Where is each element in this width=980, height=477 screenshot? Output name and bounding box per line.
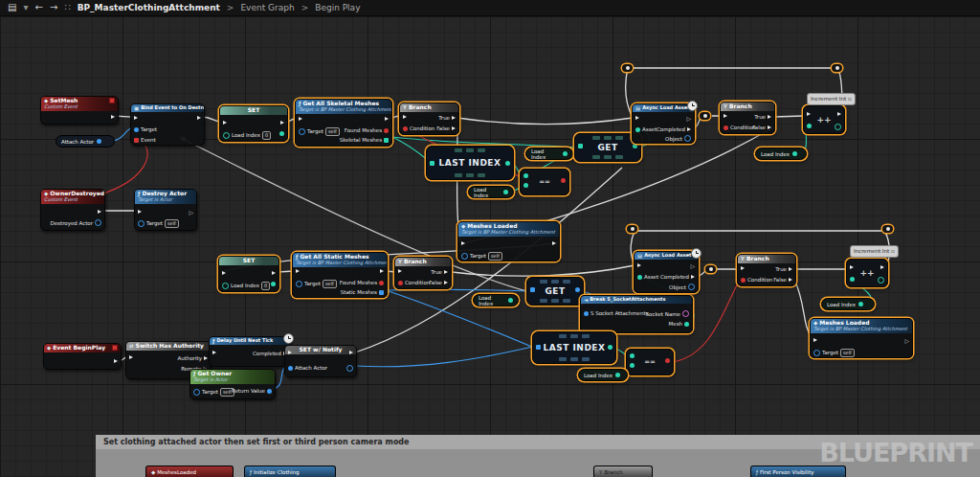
node-setmesh-event[interactable]: ◆SetMeshCustom Event	[40, 96, 119, 125]
load-index-pin[interactable]: Load Index0	[222, 282, 270, 290]
true-out-pin[interactable]: True	[438, 115, 456, 121]
completed-out-pin[interactable]: Completed	[657, 126, 691, 132]
exec-in-pin[interactable]	[813, 338, 817, 342]
false-out-pin[interactable]: False	[773, 277, 792, 283]
exec-in-pin[interactable]	[296, 269, 300, 273]
value-out-pin[interactable]	[271, 282, 276, 286]
skeletal-meshes-array-pin[interactable]: Skeletal Meshes	[340, 137, 389, 143]
node-event-beginplay[interactable]: ◆Event BeginPlay	[43, 343, 122, 370]
node-branch-4[interactable]: YBranch True Condition False	[737, 254, 796, 286]
exec-in-pin[interactable]	[807, 112, 811, 116]
object-out-pin[interactable]: Object	[669, 284, 695, 290]
exec-in-pin[interactable]	[850, 265, 854, 269]
exec-out-pin[interactable]	[111, 115, 115, 119]
object-out-pin[interactable]	[97, 139, 101, 144]
node-set-load-index-1[interactable]: SET Load Index0	[219, 105, 288, 142]
node-break-socket-attachments[interactable]: ◄Break S_SocketAttachments S Socket Atta…	[580, 295, 693, 333]
array-in-pin[interactable]	[578, 144, 583, 148]
int-in-pin[interactable]	[630, 363, 635, 368]
exec-in-pin[interactable]	[299, 117, 302, 121]
element-out-pin[interactable]	[575, 287, 580, 292]
exec-in-pin[interactable]	[724, 114, 727, 118]
node-branch-2[interactable]: YBranch True Condition False	[720, 102, 775, 134]
get-load-index-pill[interactable]: Load Index	[473, 294, 519, 307]
attach-actor-pin[interactable]: Attach Actor	[288, 365, 327, 371]
exec-in-pin[interactable]	[635, 116, 639, 120]
target-pin[interactable]: Targetself	[299, 127, 340, 136]
true-out-pin[interactable]: True	[431, 269, 448, 275]
node-get-all-skeletal-meshes[interactable]: ƒGet All Skeletal MeshesTarget is BP Mas…	[295, 99, 392, 147]
static-meshes-array-pin[interactable]: Static Meshes	[341, 289, 384, 295]
node-delay-until-next-tick[interactable]: ƒDelay Until Next Tick Completed	[209, 336, 291, 367]
blueprint-package-icon[interactable]: ▤	[8, 3, 16, 12]
value-out-pin[interactable]	[279, 131, 284, 136]
exec-in-pin[interactable]	[223, 121, 227, 125]
exec-out-pin[interactable]	[349, 351, 353, 354]
node-async-load-asset-2[interactable]: ▤Async Load Asset ▷ Asset Completed Obje…	[634, 251, 699, 293]
object-out-pin[interactable]: Object	[665, 135, 691, 142]
node-ownerdestroyed-event[interactable]: ◆OwnerDestroyedCustom Event Destroyed Ac…	[40, 189, 105, 231]
completed-out-pin[interactable]: Completed	[253, 351, 287, 356]
struct-in-pin[interactable]: S Socket Attachments	[584, 310, 649, 316]
destroyed-actor-pin[interactable]: Destroyed Actor	[51, 219, 102, 226]
exec-out-pin[interactable]	[380, 269, 384, 273]
load-index-pin[interactable]: Load Index0	[223, 131, 271, 140]
node-last-index-2[interactable]: LAST INDEX	[532, 331, 616, 364]
true-out-pin[interactable]: True	[754, 114, 771, 120]
exec-out-pin[interactable]: ▷	[189, 210, 193, 216]
int-out-pin[interactable]	[858, 302, 863, 307]
reroute-node[interactable]	[705, 265, 716, 273]
asset-pin[interactable]: Asset	[637, 274, 658, 280]
int-out-pin[interactable]	[508, 298, 513, 303]
breadcrumb-blueprint[interactable]: BP_MasterClothingAttchment	[78, 3, 220, 12]
increment-int-comment-bubble[interactable]: Increment Int▫	[807, 93, 856, 105]
get-load-index-pill[interactable]: Load Index	[755, 148, 807, 160]
node-meshesloaded-partial[interactable]: ◆MeshesLoaded	[145, 466, 234, 477]
node-meshes-loaded-call-1[interactable]: ◆Meshes LoadedTarget is BP Master Clothi…	[457, 221, 560, 261]
exec-in-pin[interactable]	[461, 241, 465, 245]
exec-out-pin[interactable]	[98, 210, 101, 214]
int-in-pin[interactable]	[850, 277, 855, 282]
int-out-pin[interactable]	[503, 190, 508, 194]
target-pin[interactable]: Targetself	[138, 219, 179, 228]
exec-out-pin[interactable]	[197, 116, 201, 120]
node-bind-event-on-destroyed[interactable]: ▣Bind Event to On Destroyed Target Event	[130, 103, 205, 146]
exec-out-pin[interactable]	[837, 112, 841, 116]
int-out-pin[interactable]	[835, 124, 841, 130]
delegate-pin[interactable]	[109, 98, 115, 103]
get-load-index-pill[interactable]: Load Index	[525, 148, 573, 160]
exec-in-pin[interactable]	[212, 351, 216, 354]
exec-in-pin[interactable]	[134, 116, 138, 120]
dropdown-caret-icon[interactable]: ▾	[23, 3, 28, 12]
target-pin[interactable]: Targetself	[813, 349, 855, 357]
int-in-pin[interactable]	[523, 173, 528, 178]
reroute-node[interactable]	[700, 112, 710, 120]
exec-out-pin[interactable]: ▷	[904, 338, 909, 344]
reroute-node[interactable]	[832, 64, 842, 72]
get-load-index-pill[interactable]: Load Index	[578, 369, 628, 381]
exec-out-pin[interactable]	[385, 117, 389, 121]
exec-out-pin[interactable]	[114, 359, 118, 363]
false-out-pin[interactable]: False	[429, 280, 448, 285]
found-meshes-pin[interactable]: Found Meshes	[345, 127, 389, 133]
node-get-all-static-meshes[interactable]: ƒGet All Static MeshesTarget is BP Maste…	[292, 252, 388, 298]
node-async-load-asset-1[interactable]: ▤Async Load Asset ▷ Asset Completed Obje…	[632, 103, 695, 144]
node-increment-int-1[interactable]: ++	[803, 105, 845, 134]
exec-out-pin[interactable]	[552, 241, 556, 245]
node-initialize-clothing-partial[interactable]: ƒInitialize Clothing	[244, 466, 336, 477]
target-pin[interactable]: Targetself	[193, 388, 234, 397]
int-in-pin[interactable]	[630, 353, 635, 358]
int-in-pin[interactable]	[807, 124, 812, 128]
exec-in-pin[interactable]	[222, 271, 226, 275]
node-branch-partial[interactable]: YBranch	[593, 466, 653, 477]
int-out-pin[interactable]	[792, 151, 797, 156]
int-in-pin[interactable]	[523, 183, 528, 188]
int-out-pin[interactable]	[563, 151, 568, 156]
exec-in-pin[interactable]	[403, 115, 407, 119]
node-destroy-actor[interactable]: ƒDestroy ActorTarget is Actor ▷ Targetse…	[134, 189, 197, 231]
exec-out-pin[interactable]	[880, 265, 884, 269]
mesh-out-pin[interactable]: Mesh	[669, 321, 689, 327]
int-out-pin[interactable]	[615, 373, 620, 377]
target-pin[interactable]: Targetself	[461, 252, 502, 261]
increment-int-comment-bubble[interactable]: Increment Int▫	[850, 245, 899, 258]
